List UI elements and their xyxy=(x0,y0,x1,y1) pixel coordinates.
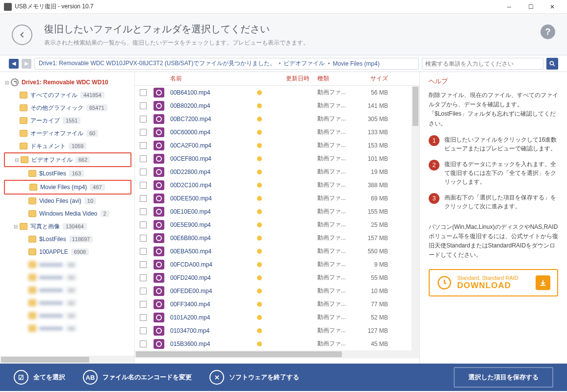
file-row[interactable]: 00FD2400.mp4 動画ファ... 55 MB xyxy=(135,271,419,284)
file-row[interactable]: 00D22800.mp4 動画ファ... 19 MB xyxy=(135,165,419,178)
file-row[interactable]: 00DEE500.mp4 動画ファ... 69 MB xyxy=(135,192,419,205)
checkbox[interactable] xyxy=(140,341,147,347)
tree-item[interactable]: 100APPLE6908 xyxy=(4,245,134,258)
status-dot-icon xyxy=(257,196,262,201)
breadcrumb[interactable]: Drive1: Removable WDC WD10JPVX-08JC3T2 (… xyxy=(34,58,419,70)
tree-item[interactable]: すべてのファイル441854 xyxy=(4,89,134,101)
checkbox[interactable] xyxy=(140,274,147,281)
file-row[interactable]: 00C60000.mp4 動画ファ... 133 MB xyxy=(135,125,419,139)
file-name: 00CEF800.mp4 xyxy=(166,155,250,162)
file-row[interactable]: 00EBA500.mp4 動画ファ... 550 MB xyxy=(135,245,419,258)
checkbox[interactable] xyxy=(140,261,147,268)
checkbox[interactable] xyxy=(140,89,147,96)
folder-icon xyxy=(28,236,36,243)
file-row[interactable]: 00B80200.mp4 動画ファ... 141 MB xyxy=(135,99,419,112)
col-name[interactable]: 名前 xyxy=(166,74,250,83)
back-button[interactable] xyxy=(12,24,32,45)
file-type: 動画ファ... xyxy=(313,234,358,242)
file-row[interactable]: 00E5E900.mp4 動画ファ... 25 MB xyxy=(135,218,419,231)
tree-item[interactable]: Video Files (avi)10 xyxy=(4,195,134,207)
download-button[interactable]: Standard, Standard RAID DOWNLOAD xyxy=(429,269,558,296)
help-button[interactable]: ? xyxy=(541,24,555,39)
tree-item[interactable]: Windows Media Video2 xyxy=(4,207,134,220)
app-icon xyxy=(4,3,12,11)
video-icon xyxy=(154,286,164,296)
checkbox[interactable] xyxy=(140,142,147,149)
checkbox[interactable] xyxy=(140,235,147,242)
tree-item[interactable]: ⊟写真と画像130464 xyxy=(4,220,134,233)
tree-root[interactable]: ⊟Drive1: Removable WDC WD10 xyxy=(4,76,134,89)
col-type[interactable]: 種類 xyxy=(313,74,358,83)
file-row[interactable]: 00FF3400.mp4 動画ファ... 77 MB xyxy=(135,297,419,311)
tree-item[interactable]: xxxxxxxxxx xyxy=(4,258,134,271)
checkbox[interactable] xyxy=(140,182,147,189)
search-button[interactable] xyxy=(546,58,558,70)
file-row[interactable]: 00BC7200.mp4 動画ファ... 305 MB xyxy=(135,112,419,125)
checkbox[interactable] xyxy=(140,195,147,202)
file-row[interactable]: 00E6B800.mp4 動画ファ... 157 MB xyxy=(135,231,419,245)
exit-button[interactable]: ✕ソフトウェアを終了する xyxy=(209,370,299,385)
file-row[interactable]: 00E10E00.mp4 動画ファ... 155 MB xyxy=(135,205,419,218)
video-icon xyxy=(154,88,164,98)
tree-scrollbar[interactable] xyxy=(0,356,134,364)
tree-item[interactable]: xxxxxxxxxx xyxy=(4,271,134,284)
file-row[interactable]: 0101A200.mp4 動画ファ... 52 MB xyxy=(135,311,419,324)
tree-item-mp4[interactable]: Movie Files (mp4)487 xyxy=(5,181,130,194)
help-intro: 削除ファイル、現在のファイル、すべてのファイルタブから、データを確認します。「$… xyxy=(429,91,558,128)
tree-item[interactable]: オーディオファイル60 xyxy=(4,127,134,140)
search-input[interactable] xyxy=(422,58,543,70)
tree-item[interactable]: $LostFiles163 xyxy=(4,167,134,180)
file-row[interactable]: 00FEDE00.mp4 動画ファ... 10 MB xyxy=(135,284,419,297)
tree-item[interactable]: xxxxxxxxxx xyxy=(4,296,134,309)
checkbox[interactable] xyxy=(140,208,147,215)
tree-item[interactable]: $LostFiles118697 xyxy=(4,233,134,245)
minimize-button[interactable]: ─ xyxy=(498,0,520,14)
page-title: 復旧したいファイルとフォルダを選択してください xyxy=(44,23,309,36)
file-row[interactable]: 00CA2F00.mp4 動画ファ... 153 MB xyxy=(135,139,419,152)
maximize-button[interactable]: ☐ xyxy=(520,0,541,14)
file-row[interactable]: 00B64100.mp4 動画ファ... 56 MB xyxy=(135,86,419,99)
select-all-button[interactable]: ☑全てを選択 xyxy=(14,370,65,385)
checkbox[interactable] xyxy=(140,221,147,228)
file-row[interactable]: 015B3600.mp4 動画ファ... 45 MB xyxy=(135,337,419,350)
nav-back-icon[interactable]: ◀ xyxy=(9,59,19,69)
checkbox[interactable] xyxy=(140,327,147,334)
save-button[interactable]: 選択した項目を保存する xyxy=(454,367,553,388)
close-button[interactable]: ✕ xyxy=(541,0,563,14)
file-type: 動画ファ... xyxy=(313,194,358,202)
checkbox[interactable] xyxy=(140,314,147,321)
col-size[interactable]: サイズ xyxy=(358,74,392,83)
tree-item[interactable]: その他グラフィック65471 xyxy=(4,101,134,114)
file-name: 00E10E00.mp4 xyxy=(166,208,250,215)
checkbox[interactable] xyxy=(140,248,147,255)
file-row[interactable]: 00FCDA00.mp4 動画ファ... 9 MB xyxy=(135,258,419,271)
select-all-icon: ☑ xyxy=(14,370,28,385)
checkbox[interactable] xyxy=(140,102,147,109)
checkbox[interactable] xyxy=(140,155,147,162)
list-scrollbar-h[interactable] xyxy=(135,350,419,358)
checkbox[interactable] xyxy=(140,116,147,122)
encoding-button[interactable]: ABファイル名のエンコードを変更 xyxy=(83,370,192,385)
checkbox[interactable] xyxy=(140,129,147,136)
file-row[interactable]: 00D2C100.mp4 動画ファ... 388 MB xyxy=(135,178,419,192)
tree-item[interactable]: xxxxxxxxxx xyxy=(4,309,134,322)
nav-fwd-icon[interactable]: ▶ xyxy=(22,59,31,69)
video-icon xyxy=(154,167,164,177)
file-row[interactable]: 01034700.mp4 動画ファ... 127 MB xyxy=(135,324,419,337)
tree-item[interactable]: xxxxxxxxxx xyxy=(4,322,134,335)
tree-item[interactable]: アーカイブ1551 xyxy=(4,114,134,127)
list-scrollbar-v[interactable] xyxy=(412,86,419,356)
checkbox[interactable] xyxy=(140,301,147,308)
tree-item[interactable]: ドキュメント1059 xyxy=(4,140,134,152)
file-row[interactable]: 00CEF800.mp4 動画ファ... 101 MB xyxy=(135,152,419,165)
col-date[interactable]: 更新日時 xyxy=(269,74,313,83)
tree-item-video[interactable]: ⊟ビデオファイル662 xyxy=(5,153,130,166)
tree-item[interactable]: xxxxxxxxxx xyxy=(4,284,134,296)
checkbox[interactable] xyxy=(140,169,147,175)
file-size: 157 MB xyxy=(358,235,392,242)
checkbox[interactable] xyxy=(140,288,147,294)
titlebar: USBメモリ復旧 - version 10.7 ─ ☐ ✕ xyxy=(0,0,567,14)
file-size: 69 MB xyxy=(358,195,392,202)
file-type: 動画ファ... xyxy=(313,141,358,149)
file-type: 動画ファ... xyxy=(313,168,358,176)
